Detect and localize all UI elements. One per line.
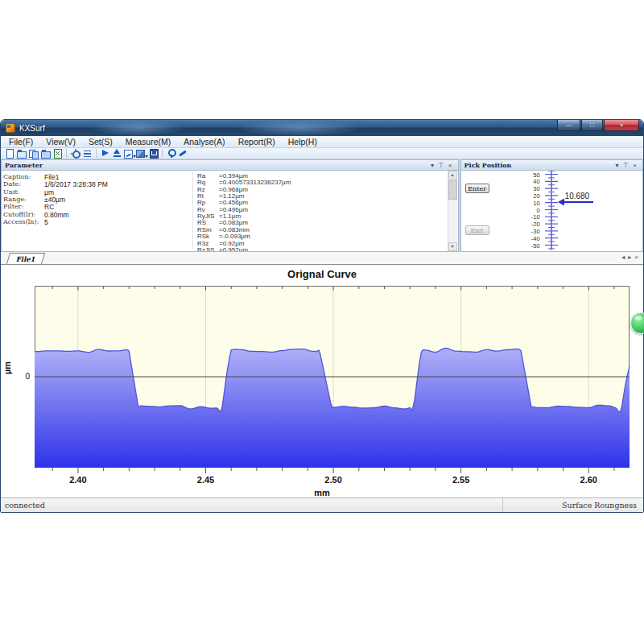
field-label: Cutoff(lr): [3,211,42,218]
menu-item-analyse[interactable]: Analyse(A) [177,136,231,148]
probe-icon[interactable] [166,148,176,159]
field-label: Date: [3,180,42,188]
x-axis-unit-label: mm [1,488,643,497]
ruler-tick-label: 20 [519,192,540,200]
column-divider [192,172,193,250]
chart-document-area: Orignal Curve µm 0 mm 2.402.452.502.552.… [1,265,643,497]
scroll-down-icon[interactable]: ▾ [448,242,457,251]
ruler-tick-label: -50 [519,242,540,250]
pick-ruler[interactable] [461,171,642,251]
ruler-tick-label: -20 [519,221,540,228]
menu-item-file[interactable]: File(F) [2,136,39,148]
menu-item-set[interactable]: Set(S) [82,136,119,148]
field-label: Unit: [3,188,42,196]
ruler-tick-label: 30 [519,185,540,192]
title-bar[interactable]: KXSurf — □ × [1,120,643,136]
curve-chart-icon[interactable] [124,148,134,159]
image-export-icon[interactable] [136,148,147,159]
tab-close-icon[interactable]: × [634,254,638,261]
panel-pin-icon[interactable]: ⊤ [437,161,446,170]
parameter-list-icon[interactable] [82,148,93,159]
toolbar-separator [96,149,97,158]
tab-file1-label: File1 [16,255,35,263]
pick-pointer-arrow-icon [558,199,564,206]
ruler-tick-label: 10 [519,200,540,207]
pick-position-content: Enter Exit 10.680 50403020100-10-20-30-4… [461,171,642,251]
toolbar-separator [66,149,67,158]
ruler-tick-label: -10 [519,213,540,221]
start-measure-icon[interactable] [100,148,110,159]
menu-item-measure[interactable]: Measure(M) [119,136,178,148]
ruler-tick-label: -30 [519,228,540,235]
scroll-up-icon[interactable]: ▴ [448,171,457,180]
word-export-icon[interactable] [148,148,159,159]
new-file-icon[interactable] [4,148,14,159]
ruler-tick-label: 40 [519,178,540,185]
original-curve-chart[interactable] [35,286,630,481]
ruler-tick-label: 0 [519,207,540,214]
x-axis-tick-label: 2.50 [317,475,349,485]
menu-bar: File(F)View(V)Set(S)Measure(M)Analyse(A)… [1,136,643,148]
document-tab-bar: File1 ◂ ▸ × [1,252,643,265]
window-controls: — □ × [556,120,639,131]
parameter-content: ▴ ▾ Caption:File1Date:1/6/2017 3:28:38 P… [2,171,458,251]
mode-status: Surface Roungness [502,498,643,512]
field-label: Caption: [3,173,42,180]
x-axis-tick-label: 2.55 [445,475,477,485]
folder-icon[interactable] [40,148,51,159]
x-axis-tick-label: 2.60 [572,475,605,485]
x-axis-tick-label: 2.45 [190,475,222,485]
parameter-panel-header[interactable]: Parameter ▾ ⊤ × [2,160,458,171]
eject-icon[interactable] [112,148,122,159]
titlebar-glass-highlight [89,120,186,136]
tab-prev-icon[interactable]: ◂ [621,254,625,261]
pick-panel-header[interactable]: Pick Position ▾ ⊤ × [461,160,642,171]
titlebar-glass-highlight [234,120,363,136]
dock-row: Parameter ▾ ⊤ × ▴ ▾ Caption:File1Date:1/… [1,159,643,252]
panel-pin-icon[interactable]: ⊤ [621,161,630,170]
y-zero-tick-label: 0 [19,372,30,381]
scrollbar-thumb[interactable] [448,180,457,200]
pen-icon[interactable] [178,148,188,159]
ruler-tick-label: -40 [519,235,540,242]
panel-menu-chevron-down-icon[interactable]: ▾ [428,161,437,170]
plot-area[interactable] [35,286,630,468]
pick-panel-title: Pick Position [464,161,613,169]
toolbar [1,148,643,159]
status-bar: connected Surface Roungness [1,497,643,512]
minimize-button[interactable]: — [557,120,580,131]
close-button[interactable]: × [604,120,639,131]
menu-item-view[interactable]: View(V) [39,136,82,148]
menu-item-help[interactable]: Help(H) [282,136,324,148]
open-folder-icon[interactable] [16,148,27,159]
chart-title: Orignal Curve [1,268,643,280]
tab-file1[interactable]: File1 [6,253,45,264]
tab-controls: ◂ ▸ × [621,254,638,261]
field-label: Range: [3,196,42,203]
window-title: KXSurf [19,124,45,133]
panel-menu-chevron-down-icon[interactable]: ▾ [613,161,621,170]
panel-close-icon[interactable]: × [630,161,639,170]
tab-next-icon[interactable]: ▸ [628,254,631,261]
result-value: =0.952µm [219,246,316,251]
app-icon [6,123,15,133]
result-label: RzJIS [197,246,218,251]
field-label: Filter: [3,203,42,210]
connection-status: connected [1,501,502,510]
toolbar-separator [162,149,163,158]
copy-file-icon[interactable] [28,148,39,159]
parameter-panel: Parameter ▾ ⊤ × ▴ ▾ Caption:File1Date:1/… [1,159,459,252]
excel-export-icon[interactable] [52,148,63,159]
maximize-button[interactable]: □ [581,120,603,131]
menu-item-report[interactable]: Report(R) [232,136,282,148]
pick-position-panel: Pick Position ▾ ⊤ × Enter Exit 10.680 50… [460,159,643,252]
settings-gear-icon[interactable] [70,148,80,159]
parameter-scrollbar[interactable]: ▴ ▾ [448,171,457,251]
ruler-tick-label: 50 [519,171,540,179]
field-label: Access(ln): [3,218,42,225]
panel-close-icon[interactable]: × [446,161,455,170]
field-value: 5 [44,218,189,226]
app-window: KXSurf — □ × File(F)View(V)Set(S)Measure… [0,119,644,513]
x-axis-tick-label: 2.40 [62,475,94,485]
parameter-panel-title: Parameter [5,161,428,169]
